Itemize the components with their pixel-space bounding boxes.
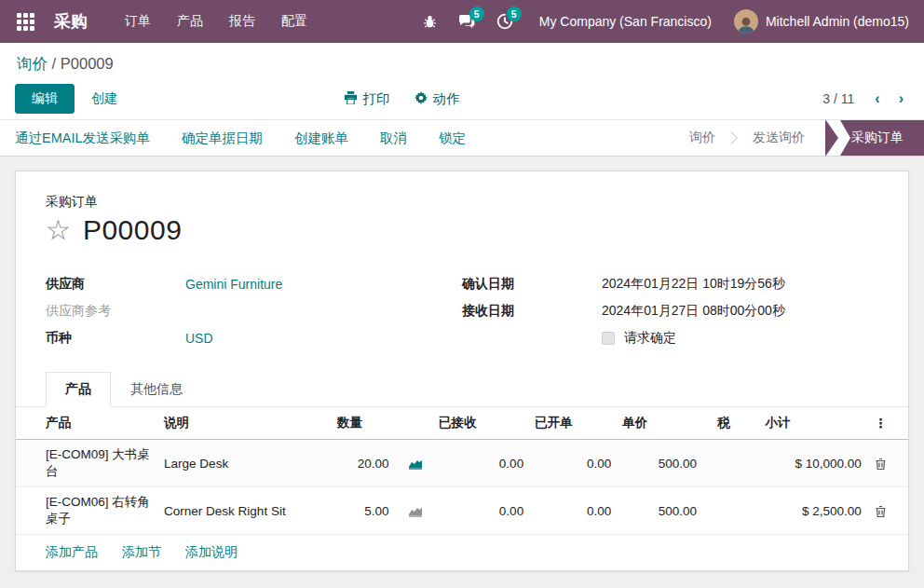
print-label: 打印 (363, 90, 390, 108)
breadcrumb: 询价 / P00009 (15, 50, 909, 76)
user-menu[interactable]: Mitchell Admin (demo15) (734, 9, 909, 34)
header-description[interactable]: 说明 (158, 407, 332, 440)
create-bill-button[interactable]: 创建账单 (294, 130, 348, 147)
print-menu[interactable]: 打印 (344, 90, 390, 108)
add-product-link[interactable]: 添加产品 (46, 544, 98, 561)
table-header-row: 产品 说明 数量 已接收 已开单 单价 税 小计 ⋮ (16, 407, 908, 440)
receipt-date-label: 接收日期 (462, 303, 602, 320)
action-menu[interactable]: 动作 (414, 90, 460, 108)
menu-configuration[interactable]: 配置 (268, 0, 320, 43)
cell-taxes[interactable] (702, 487, 759, 535)
header-product[interactable]: 产品 (16, 407, 158, 440)
delete-row-trash-icon[interactable] (867, 487, 908, 535)
ask-confirmation-checkbox[interactable] (602, 332, 615, 345)
pager-previous-icon[interactable]: ‹ (875, 90, 879, 107)
cp-center: 打印 动作 (344, 90, 460, 108)
cell-unit-price[interactable]: 500.00 (617, 487, 702, 535)
header-unit-price[interactable]: 单价 (617, 407, 702, 440)
tab-products[interactable]: 产品 (46, 372, 111, 407)
ask-confirmation-label: 请求确定 (624, 330, 676, 347)
cell-qty[interactable]: 20.00 (332, 440, 395, 487)
statusbar: 通过EMAIL发送采购单 确定单据日期 创建账单 取消 锁定 询价 发送询价 采… (0, 119, 924, 157)
company-switcher[interactable]: My Company (San Francisco) (539, 14, 712, 29)
pager: 3 / 11 ‹ › (581, 90, 910, 107)
vendor-label: 供应商 (46, 276, 185, 293)
breadcrumb-current: P00009 (61, 55, 114, 72)
messages-icon[interactable]: 5 (452, 3, 483, 40)
cell-subtotal: $ 10,000.00 (759, 440, 866, 487)
field-groups: 供应商 Gemini Furniture 供应商参考 币种 USD 确认日期 (46, 270, 878, 351)
vendor-value[interactable]: Gemini Furniture (185, 277, 282, 292)
favorite-star-icon[interactable]: ☆ (46, 216, 71, 244)
stage-pipeline: 询价 发送询价 采购订单 (674, 120, 924, 156)
cancel-button[interactable]: 取消 (380, 130, 407, 147)
title-row: ☆ P00009 (46, 214, 878, 246)
cell-received[interactable]: 0.00 (433, 487, 529, 535)
table-row[interactable]: [E-COM06] 右转角桌子 Corner Desk Right Sit 5.… (16, 487, 908, 535)
header-received[interactable]: 已接收 (433, 407, 529, 440)
confirm-date-label: 确认日期 (462, 276, 602, 293)
control-panel-buttons-row: 编辑 创建 打印 动作 3 / 11 ‹ › (15, 84, 909, 114)
user-name: Mitchell Admin (demo15) (766, 14, 909, 29)
grid-icon (17, 13, 34, 31)
table-row[interactable]: [E-COM09] 大书桌台 Large Desk 20.00 0.00 0.0… (16, 440, 908, 487)
cell-unit-price[interactable]: 500.00 (617, 440, 702, 487)
apps-menu-icon[interactable] (9, 6, 41, 37)
currency-label: 币种 (46, 330, 185, 347)
send-by-email-button[interactable]: 通过EMAIL发送采购单 (15, 130, 150, 147)
action-label: 动作 (433, 90, 460, 108)
breadcrumb-separator: / (52, 55, 57, 72)
header-taxes[interactable]: 税 (702, 407, 759, 440)
cell-description[interactable]: Corner Desk Right Sit (158, 487, 332, 535)
order-lines-table: 产品 说明 数量 已接收 已开单 单价 税 小计 ⋮ [E-COM09] 大书桌… (16, 407, 908, 535)
cell-received[interactable]: 0.00 (433, 440, 529, 487)
edit-button[interactable]: 编辑 (15, 84, 75, 114)
systray: 5 5 My Company (San Francisco) Mitchell … (414, 3, 909, 40)
cell-taxes[interactable] (702, 440, 759, 487)
cell-qty[interactable]: 5.00 (332, 487, 395, 535)
delete-row-trash-icon[interactable] (867, 440, 908, 487)
lock-button[interactable]: 锁定 (439, 130, 466, 147)
header-billed[interactable]: 已开单 (529, 407, 617, 440)
document-title: P00009 (83, 214, 182, 246)
stage-purchase-order-active[interactable]: 采购订单 (840, 120, 924, 156)
messages-badge: 5 (469, 7, 484, 21)
forecast-chart-icon[interactable] (395, 487, 433, 535)
breadcrumb-parent[interactable]: 询价 (17, 55, 48, 72)
line-add-links: 添加产品 添加节 添加说明 (16, 535, 908, 570)
menu-reports[interactable]: 报告 (216, 0, 268, 43)
right-field-group: 确认日期 2024年01月22日 10时19分56秒 接收日期 2024年01月… (462, 270, 878, 351)
receipt-date-value[interactable]: 2024年01月27日 08时00分00秒 (602, 303, 785, 320)
form-sheet: 采购订单 ☆ P00009 供应商 Gemini Furniture 供应商参考 (15, 171, 909, 571)
stage-rfq-sent[interactable]: 发送询价 (738, 120, 820, 156)
tab-other-info[interactable]: 其他信息 (111, 372, 202, 407)
debug-bug-icon[interactable] (414, 3, 446, 40)
active-stage-arrow-icon (825, 119, 838, 157)
avatar (734, 9, 758, 34)
app-name[interactable]: 采购 (54, 10, 88, 33)
pager-next-icon[interactable]: › (899, 90, 904, 107)
form-view-area: 采购订单 ☆ P00009 供应商 Gemini Furniture 供应商参考 (0, 157, 924, 571)
menu-products[interactable]: 产品 (164, 0, 216, 43)
header-qty[interactable]: 数量 (332, 407, 395, 440)
confirm-date-value: 2024年01月22日 10时19分56秒 (602, 276, 785, 293)
cell-billed[interactable]: 0.00 (529, 487, 617, 535)
cell-billed[interactable]: 0.00 (529, 440, 617, 487)
activities-badge: 5 (507, 7, 522, 21)
create-button[interactable]: 创建 (78, 85, 130, 113)
cell-description[interactable]: Large Desk (158, 440, 332, 487)
cell-product[interactable]: [E-COM06] 右转角桌子 (16, 487, 158, 535)
pager-nav: ‹ › (875, 90, 904, 107)
activities-clock-icon[interactable]: 5 (489, 3, 521, 40)
currency-value[interactable]: USD (185, 331, 213, 346)
add-section-link[interactable]: 添加节 (122, 544, 161, 561)
forecast-chart-icon[interactable] (395, 440, 433, 487)
cell-product[interactable]: [E-COM09] 大书桌台 (16, 440, 158, 487)
menu-orders[interactable]: 订单 (112, 0, 164, 43)
confirm-date-button[interactable]: 确定单据日期 (182, 130, 263, 147)
optional-columns-icon[interactable]: ⋮ (867, 407, 908, 440)
stage-rfq[interactable]: 询价 (674, 120, 730, 156)
header-subtotal[interactable]: 小计 (759, 407, 866, 440)
cp-left: 编辑 创建 (15, 84, 344, 114)
add-note-link[interactable]: 添加说明 (185, 544, 238, 561)
